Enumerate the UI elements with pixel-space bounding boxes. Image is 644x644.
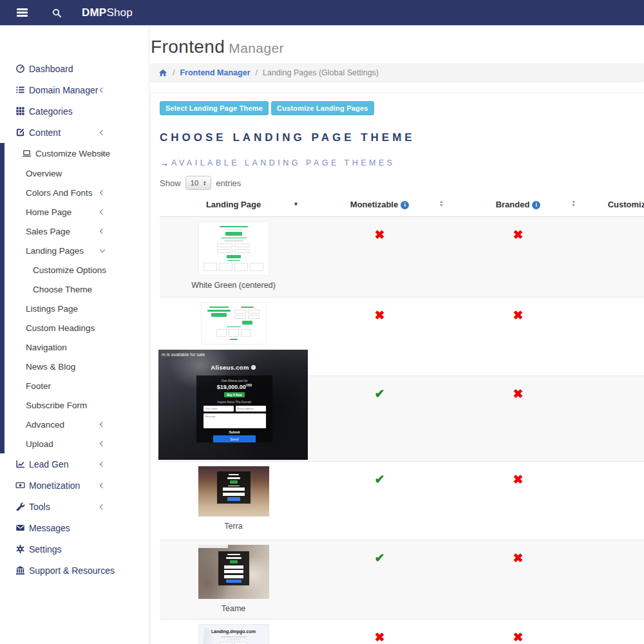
landing-page-cell: Terra bbox=[160, 462, 307, 540]
theme-thumbnail-white-green[interactable] bbox=[201, 302, 267, 345]
column-header-monetizable[interactable]: Monetizablei▲▼ bbox=[307, 194, 452, 217]
preview-offer-panel: Own Aliseus.com for $19,000.00USD Buy It… bbox=[196, 375, 272, 442]
sidebar-item-label: Domain Manager bbox=[29, 85, 98, 95]
sort-toggle-icon[interactable]: ▲▼ bbox=[571, 200, 576, 207]
sidebar-item-label: Landing Pages bbox=[26, 246, 84, 256]
monetizable-cell: ✔ bbox=[307, 462, 452, 540]
sort-desc-caret-icon[interactable]: ▼ bbox=[293, 201, 299, 207]
landing-page-cell: White Green (centered) bbox=[160, 217, 307, 298]
landing-page-cell: Landing.dmpgo.com bbox=[160, 620, 307, 644]
sidebar-item-label: Advanced bbox=[26, 420, 64, 430]
preview-domain-text: Aliseus.com bbox=[211, 364, 249, 371]
preview-send-button: Send bbox=[213, 435, 256, 442]
theme-thumbnail-teame[interactable] bbox=[198, 545, 269, 599]
wrench-icon bbox=[14, 502, 26, 512]
theme-thumbnail-dmpgo[interactable]: Landing.dmpgo.com bbox=[198, 624, 269, 644]
sidebar-item-custom-headings[interactable]: Custom Headings bbox=[5, 318, 149, 337]
column-label: Branded bbox=[496, 200, 530, 209]
customize-landing-pages-button[interactable]: Customize Landing Pages bbox=[271, 101, 374, 115]
column-header-landing-page[interactable]: Landing Page▼ bbox=[160, 194, 307, 217]
branded-cell: ✖ bbox=[452, 217, 584, 298]
theme-preview-overlay[interactable]: m is available for sale Aliseus.comi Own… bbox=[158, 350, 308, 460]
menu-icon[interactable] bbox=[17, 7, 28, 19]
sidebar-item-dashboard[interactable]: Dashboard bbox=[0, 58, 149, 79]
sidebar-item-label: Colors And Fonts bbox=[26, 188, 93, 198]
sidebar-item-news-blog[interactable]: News & Blog bbox=[5, 357, 149, 376]
page-size-select[interactable]: 10 ▲▼ bbox=[185, 176, 212, 190]
brand-light: Shop bbox=[106, 6, 133, 19]
branded-mark: ✖ bbox=[513, 309, 524, 321]
sidebar-item-domain-manager[interactable]: Domain Manager bbox=[0, 79, 149, 100]
page-title: FrontendManager bbox=[151, 37, 644, 57]
sidebar-item-upload[interactable]: Upload bbox=[5, 434, 149, 453]
table-row: Terra ✔ ✖ bbox=[160, 462, 644, 540]
page-title-secondary: Manager bbox=[229, 41, 284, 55]
sidebar-item-label: Customize Website bbox=[35, 149, 110, 158]
info-icon[interactable]: i bbox=[532, 201, 540, 209]
sort-toggle-icon[interactable]: ▲▼ bbox=[439, 200, 444, 207]
monetizable-mark: ✖ bbox=[375, 229, 385, 241]
page-title-primary: Frontend bbox=[151, 37, 225, 57]
sidebar-item-colors-and-fonts[interactable]: Colors And Fonts bbox=[5, 183, 149, 202]
column-header-branded[interactable]: Brandedi▲▼ bbox=[452, 194, 584, 217]
sidebar-item-label: Tools bbox=[29, 502, 50, 512]
preview-message-field: Message bbox=[204, 413, 266, 428]
sidebar-item-label: Choose Theme bbox=[33, 285, 92, 294]
chevron-down-icon bbox=[100, 247, 105, 252]
sidebar-item-label: Home Page bbox=[26, 207, 71, 217]
sidebar-item-content[interactable]: Content bbox=[0, 122, 149, 143]
chevron-left-icon bbox=[100, 209, 105, 214]
sidebar-item-support-resources[interactable]: Support & Resources bbox=[0, 560, 149, 581]
sidebar-item-sales-page[interactable]: Sales Page bbox=[5, 222, 149, 241]
app-logo[interactable]: DMPShop bbox=[82, 6, 133, 19]
sidebar-item-categories[interactable]: Categories bbox=[0, 100, 149, 122]
select-landing-page-theme-button[interactable]: Select Landing Page Theme bbox=[160, 101, 269, 115]
sidebar-item-lead-gen[interactable]: Lead Gen bbox=[0, 453, 149, 475]
sidebar-item-overview[interactable]: Overview bbox=[5, 164, 149, 183]
sidebar-item-navigation[interactable]: Navigation bbox=[5, 337, 149, 357]
theme-thumbnail-terra[interactable] bbox=[198, 466, 269, 516]
sidebar-item-subscribe-form[interactable]: Subscribe Form bbox=[5, 395, 149, 415]
customizable-cell bbox=[584, 298, 644, 376]
sidebar-item-label: Messages bbox=[29, 523, 70, 533]
chevron-left-icon bbox=[100, 229, 105, 234]
table-row: White Green (centered) ✖ ✖ bbox=[160, 217, 644, 298]
sidebar-item-footer[interactable]: Footer bbox=[5, 376, 149, 395]
sidebar-item-settings[interactable]: Settings bbox=[0, 538, 149, 560]
sidebar-item-choose-theme[interactable]: Choose Theme bbox=[5, 279, 149, 299]
table-controls: Show 10 ▲▼ entries bbox=[160, 176, 644, 190]
theme-thumbnail-white-green-centered[interactable] bbox=[198, 222, 269, 276]
column-header-customizable[interactable]: Customizablei▲▼ bbox=[584, 194, 644, 217]
info-icon[interactable]: i bbox=[401, 201, 409, 209]
theme-name: Terra bbox=[160, 522, 307, 531]
breadcrumb-link[interactable]: Frontend Manager bbox=[180, 68, 250, 77]
sidebar-item-messages[interactable]: Messages bbox=[0, 517, 149, 538]
preview-price-value: $19,000.00 bbox=[217, 384, 246, 390]
sidebar-item-tools[interactable]: Tools bbox=[0, 496, 149, 517]
chevron-left-icon bbox=[100, 422, 105, 427]
info-icon: i bbox=[251, 365, 256, 370]
preview-price: $19,000.00USD bbox=[217, 384, 252, 390]
monetizable-cell: ✖ bbox=[307, 298, 452, 376]
sidebar-item-label: Footer bbox=[26, 381, 51, 391]
sidebar-item-customize-options[interactable]: Customize Options bbox=[5, 260, 149, 279]
select-arrows-icon: ▲▼ bbox=[203, 180, 206, 186]
sidebar-item-label: Support & Resources bbox=[29, 565, 115, 576]
envelope-icon bbox=[14, 523, 26, 533]
home-icon[interactable] bbox=[158, 68, 167, 77]
grid-icon bbox=[14, 106, 26, 117]
sidebar-item-monetization[interactable]: Monetization bbox=[0, 475, 149, 496]
sidebar-item-advanced[interactable]: Advanced bbox=[5, 415, 149, 434]
sidebar-item-customize-website[interactable]: Customize Website bbox=[5, 143, 149, 164]
branded-mark: ✖ bbox=[513, 552, 524, 564]
branded-cell: ✖ bbox=[452, 376, 584, 462]
chevron-left-icon bbox=[100, 129, 105, 135]
sidebar-item-home-page[interactable]: Home Page bbox=[5, 202, 149, 222]
sidebar-item-listings-page[interactable]: Listings Page bbox=[5, 299, 149, 318]
sidebar-item-label: Sales Page bbox=[26, 227, 70, 236]
arrow-icon: → bbox=[160, 158, 169, 168]
search-icon[interactable] bbox=[52, 8, 62, 18]
sidebar-item-label: Navigation bbox=[26, 343, 67, 352]
sidebar-item-landing-pages[interactable]: Landing Pages bbox=[5, 241, 149, 260]
table-header-row: Landing Page▼ Monetizablei▲▼ Brandedi▲▼ … bbox=[160, 194, 644, 217]
